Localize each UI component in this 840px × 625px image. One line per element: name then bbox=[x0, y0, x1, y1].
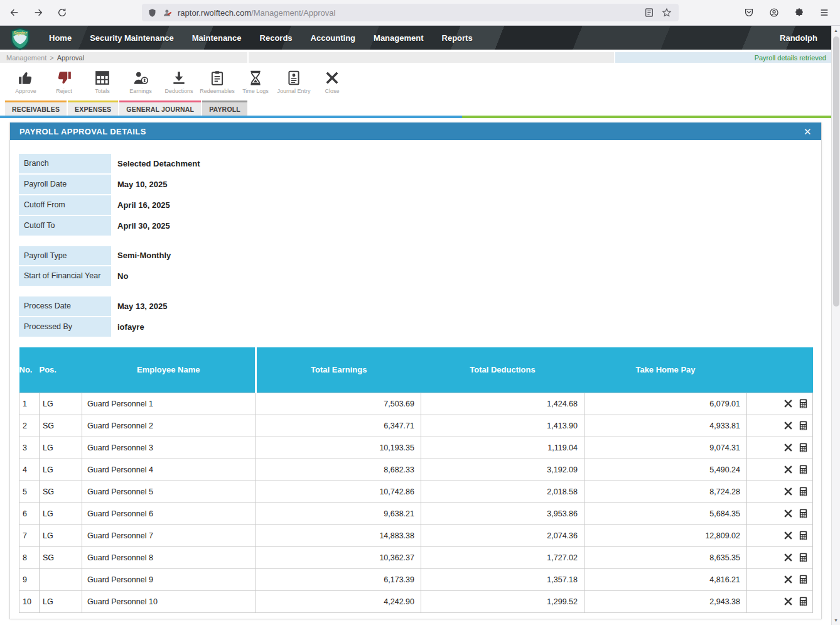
scrollbar-down-icon[interactable]: ▼ bbox=[834, 616, 838, 625]
payroll-approval-panel: PAYROLL APPROVAL DETAILS ✕ BranchSelecte… bbox=[9, 122, 822, 619]
panel-close-icon[interactable]: ✕ bbox=[804, 127, 812, 136]
cell-pos: SG bbox=[40, 415, 82, 437]
row-calculator-icon[interactable] bbox=[798, 530, 809, 541]
cell-no: 5 bbox=[19, 481, 40, 503]
cell-employee-name: Guard Personnel 2 bbox=[82, 415, 256, 437]
cell-employee-name: Guard Personnel 4 bbox=[82, 459, 256, 481]
cell-employee-name: Guard Personnel 3 bbox=[82, 437, 256, 459]
nav-item-reports[interactable]: Reports bbox=[442, 33, 473, 43]
remove-row-icon[interactable] bbox=[783, 464, 794, 475]
column-header-total-earnings: Total Earnings bbox=[256, 347, 421, 393]
row-calculator-icon[interactable] bbox=[798, 574, 809, 585]
cell-no: 6 bbox=[19, 503, 40, 524]
nav-item-security-maintenance[interactable]: Security Maintenance bbox=[90, 33, 174, 43]
breadcrumb: Management > Approval bbox=[0, 52, 247, 63]
account-icon[interactable] bbox=[766, 4, 782, 21]
remove-row-icon[interactable] bbox=[783, 398, 794, 409]
tab-payroll[interactable]: PAYROLL bbox=[202, 101, 247, 116]
cell-total-deductions: 1,424.68 bbox=[421, 393, 584, 415]
row-calculator-icon[interactable] bbox=[798, 552, 809, 563]
toolbar-journal-entry-button[interactable]: Journal Entry bbox=[276, 70, 311, 94]
tracking-shield-icon[interactable] bbox=[148, 8, 158, 18]
detail-value: May 10, 2025 bbox=[111, 175, 168, 194]
toolbar-label: Reject bbox=[56, 88, 72, 94]
column-header-pos: Pos. bbox=[40, 347, 82, 393]
remove-row-icon[interactable] bbox=[783, 508, 794, 519]
detail-row-payroll-type: Payroll TypeSemi-Monthly bbox=[19, 246, 812, 266]
detail-label: Cutoff To bbox=[19, 216, 111, 236]
url-bar[interactable]: raptor.rwolftech.com/Management/Approval bbox=[142, 4, 679, 21]
nav-item-accounting[interactable]: Accounting bbox=[311, 33, 356, 43]
nav-item-records[interactable]: Records bbox=[260, 33, 293, 43]
remove-row-icon[interactable] bbox=[783, 530, 794, 541]
cell-total-earnings: 9,638.21 bbox=[256, 503, 421, 524]
row-calculator-icon[interactable] bbox=[798, 442, 809, 453]
remove-row-icon[interactable] bbox=[783, 552, 794, 563]
toolbar-close-button[interactable]: Close bbox=[315, 70, 350, 94]
remove-row-icon[interactable] bbox=[783, 574, 794, 585]
cell-pos: LG bbox=[40, 503, 82, 524]
tab-general-journal[interactable]: GENERAL JOURNAL bbox=[119, 101, 201, 116]
cell-pos: LG bbox=[40, 437, 82, 459]
forward-icon[interactable] bbox=[30, 4, 46, 21]
cell-no: 7 bbox=[19, 524, 40, 546]
remove-row-icon[interactable] bbox=[783, 442, 794, 453]
cell-total-deductions: 1,413.90 bbox=[421, 415, 584, 437]
toolbar-earnings-button[interactable]: Earnings bbox=[123, 70, 158, 94]
detail-row-start-of-financial-year: Start of Financial YearNo bbox=[19, 266, 812, 286]
breadcrumb-page[interactable]: Approval bbox=[57, 54, 84, 62]
detail-value: May 13, 2025 bbox=[111, 296, 168, 316]
cell-total-deductions: 1,357.18 bbox=[421, 568, 584, 590]
detail-label: Process Date bbox=[19, 296, 111, 316]
row-calculator-icon[interactable] bbox=[798, 508, 809, 519]
cell-actions bbox=[747, 503, 813, 524]
tab-receivables[interactable]: RECEIVABLES bbox=[5, 101, 67, 116]
vertical-scrollbar[interactable]: ▲ ▼ bbox=[831, 26, 840, 625]
raptor-logo[interactable]: Raptor bbox=[9, 26, 31, 49]
breadcrumb-section[interactable]: Management bbox=[6, 54, 46, 62]
site-permissions-icon[interactable] bbox=[163, 8, 173, 18]
toolbar-deductions-button[interactable]: Deductions bbox=[161, 70, 197, 94]
row-calculator-icon[interactable] bbox=[798, 420, 809, 431]
tab-expenses[interactable]: EXPENSES bbox=[68, 101, 118, 116]
row-calculator-icon[interactable] bbox=[798, 464, 809, 475]
refresh-icon[interactable] bbox=[54, 4, 70, 21]
back-icon[interactable] bbox=[6, 4, 23, 21]
cell-no: 2 bbox=[19, 415, 40, 437]
toolbar-redeemables-button[interactable]: Redeemables bbox=[200, 70, 235, 94]
row-calculator-icon[interactable] bbox=[798, 398, 809, 409]
cell-no: 8 bbox=[19, 546, 40, 568]
toolbar-label: Approve bbox=[15, 88, 36, 94]
panel-title: PAYROLL APPROVAL DETAILS bbox=[19, 127, 146, 136]
bookmark-star-icon[interactable] bbox=[662, 7, 673, 18]
nav-item-maintenance[interactable]: Maintenance bbox=[192, 33, 242, 43]
breadcrumb-bar: Management > Approval Payroll details re… bbox=[0, 52, 831, 63]
table-header-row: No. Pos. Employee Name Total Earnings To… bbox=[19, 347, 813, 393]
scrollbar-up-icon[interactable]: ▲ bbox=[834, 26, 838, 35]
pocket-icon[interactable] bbox=[741, 4, 757, 21]
toolbar-totals-button[interactable]: Totals bbox=[85, 70, 120, 94]
download-icon bbox=[171, 70, 187, 86]
reader-mode-icon[interactable] bbox=[644, 7, 655, 18]
remove-row-icon[interactable] bbox=[783, 420, 794, 431]
url-path: /Management/Approval bbox=[251, 8, 335, 18]
nav-item-home[interactable]: Home bbox=[49, 33, 72, 43]
toolbar-approve-button[interactable]: Approve bbox=[8, 70, 43, 94]
extensions-icon[interactable] bbox=[791, 4, 807, 21]
column-header-employee-name: Employee Name bbox=[82, 347, 256, 393]
remove-row-icon[interactable] bbox=[783, 596, 794, 607]
nav-item-management[interactable]: Management bbox=[374, 33, 423, 43]
toolbar-reject-button[interactable]: Reject bbox=[46, 70, 82, 94]
remove-row-icon[interactable] bbox=[783, 486, 794, 497]
row-calculator-icon[interactable] bbox=[798, 486, 809, 497]
details: BranchSelected DetachmentPayroll DateMay… bbox=[19, 154, 812, 337]
cell-employee-name: Guard Personnel 1 bbox=[82, 393, 256, 415]
row-calculator-icon[interactable] bbox=[798, 596, 809, 607]
menu-icon[interactable] bbox=[816, 4, 832, 21]
scrollbar-thumb[interactable] bbox=[833, 36, 839, 307]
logged-in-user[interactable]: Randolph bbox=[780, 33, 817, 43]
detail-row-process-date: Process DateMay 13, 2025 bbox=[19, 296, 812, 316]
cell-take-home-pay: 8,635.35 bbox=[584, 546, 747, 568]
breadcrumb-separator: > bbox=[50, 54, 53, 62]
toolbar-time-logs-button[interactable]: Time Logs bbox=[238, 70, 273, 94]
